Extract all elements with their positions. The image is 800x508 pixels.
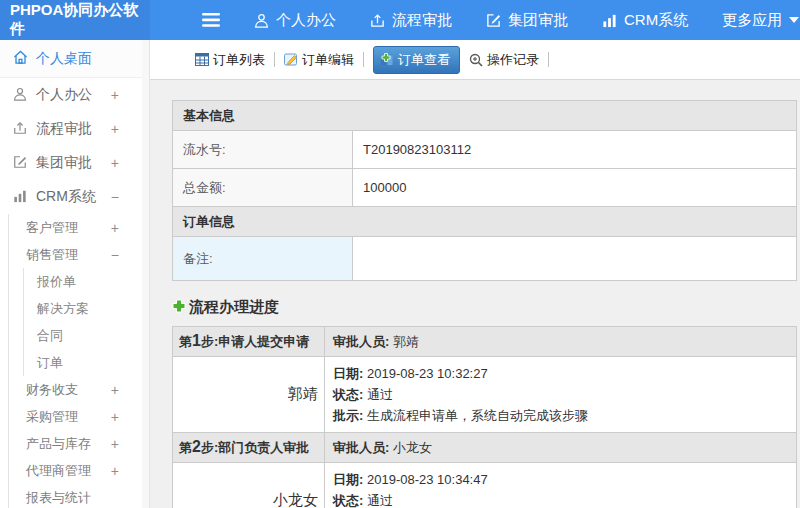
process-approval-icon: [370, 13, 385, 28]
sidebar-item-customer-mgmt[interactable]: 客户管理 +: [9, 214, 149, 241]
nav-more-apps[interactable]: 更多应用: [722, 11, 799, 30]
tab-label: 订单查看: [398, 51, 450, 69]
sidebar-item-process-approval[interactable]: 流程审批 +: [0, 112, 149, 146]
tab-order-list[interactable]: 订单列表: [195, 51, 265, 69]
nav-group-approval[interactable]: 集团审批: [486, 11, 568, 30]
tab-operation-log[interactable]: 操作记录: [469, 51, 539, 69]
sidebar-item-solution[interactable]: 解决方案: [24, 295, 149, 322]
expand-plus-icon[interactable]: +: [111, 87, 119, 103]
expand-plus-icon[interactable]: +: [111, 382, 119, 398]
process-approval-icon: [13, 121, 27, 138]
sidebar-item-label: 个人桌面: [36, 50, 92, 68]
nav-process-approval[interactable]: 流程审批: [370, 11, 452, 30]
caret-down-icon: [789, 17, 799, 23]
detail-line-status: 状态: 通过: [333, 384, 788, 405]
tab-order-view[interactable]: 订单查看: [373, 46, 460, 74]
sidebar-item-crm-system[interactable]: CRM系统 −: [0, 180, 149, 214]
field-value-serial-no: T20190823103112: [353, 131, 797, 169]
approver-name: 郭靖: [393, 334, 419, 349]
tab-divider: [274, 52, 275, 67]
step-title: 第2步:部门负责人审批: [173, 433, 325, 463]
group-approval-icon: [486, 13, 501, 28]
status-label: 状态:: [333, 387, 363, 402]
sidebar-item-label: 财务收支: [26, 381, 78, 399]
sidebar-item-finance[interactable]: 财务收支 +: [9, 376, 149, 403]
step-prefix: 第: [179, 334, 192, 349]
tab-label: 订单编辑: [302, 51, 354, 69]
step-actor-name: 小龙女: [173, 463, 325, 508]
sidebar-item-label: 解决方案: [37, 300, 89, 318]
order-view-icon: [380, 53, 394, 66]
sidebar-item-order[interactable]: 订单: [24, 349, 149, 376]
detail-line-status: 状态: 通过: [333, 490, 788, 508]
sidebar-item-group-approval[interactable]: 集团审批 +: [0, 146, 149, 180]
step-header-row: 第2步:部门负责人审批 审批人员: 小龙女: [173, 433, 797, 463]
main-area: 订单列表 订单编辑 订单查看: [150, 40, 800, 508]
order-edit-icon: [284, 53, 298, 66]
table-row: 备注:: [173, 237, 797, 281]
process-progress-heading: 流程办理进度: [172, 298, 798, 317]
sidebar-item-agent-mgmt[interactable]: 代理商管理 +: [9, 457, 149, 484]
expand-plus-icon[interactable]: +: [111, 121, 119, 137]
step-detail-row: 郭靖 日期: 2019-08-23 10:32:27 状态: 通过 批示: 生成…: [173, 357, 797, 433]
table-row: 总金额: 100000: [173, 169, 797, 207]
step-approver-cell: 审批人员: 小龙女: [325, 433, 797, 463]
step-suffix: 步:申请人提交申请: [201, 334, 309, 349]
top-nav: 个人办公 流程审批 集团审批 CRM系统 更多应用: [202, 0, 799, 40]
sidebar-item-label: 个人办公: [36, 86, 92, 104]
sidebar-item-contract[interactable]: 合同: [24, 322, 149, 349]
sidebar-item-desktop[interactable]: 个人桌面: [0, 40, 149, 78]
sidebar-item-label: CRM系统: [36, 188, 96, 206]
step-prefix: 第: [179, 440, 192, 455]
sidebar-item-label: 流程审批: [36, 120, 92, 138]
person-icon: [254, 13, 269, 28]
step-header-row: 第1步:申请人提交申请 审批人员: 郭靖: [173, 327, 797, 357]
zoom-plus-icon: [469, 53, 483, 67]
order-detail-table: 基本信息 流水号: T20190823103112 总金额: 100000 订单…: [172, 100, 797, 281]
nav-label: 更多应用: [722, 11, 782, 30]
detail-line-date: 日期: 2019-08-23 10:32:27: [333, 363, 788, 384]
step-actor-name: 郭靖: [173, 357, 325, 433]
hamburger-menu-icon[interactable]: [202, 13, 220, 27]
nav-label: 集团审批: [508, 11, 568, 30]
sidebar-item-quotation[interactable]: 报价单: [24, 268, 149, 295]
sidebar-item-label: 代理商管理: [26, 462, 91, 480]
approver-label: 审批人员:: [333, 334, 389, 349]
sidebar-scrollbar[interactable]: [142, 40, 149, 508]
expand-plus-icon[interactable]: +: [111, 409, 119, 425]
sidebar-item-reports-stats[interactable]: 报表与统计: [9, 484, 149, 508]
app-window: PHPOA协同办公软件 个人办公 流程审批 集团审批: [0, 0, 800, 508]
collapse-minus-icon[interactable]: −: [111, 189, 119, 205]
expand-plus-icon[interactable]: +: [111, 155, 119, 171]
step-suffix: 步:部门负责人审批: [201, 440, 309, 455]
sidebar-item-label: 销售管理: [26, 246, 78, 264]
collapse-minus-icon[interactable]: −: [111, 247, 119, 263]
sidebar-item-personal-office[interactable]: 个人办公 +: [0, 78, 149, 112]
nav-label: 个人办公: [276, 11, 336, 30]
nav-crm-system[interactable]: CRM系统: [602, 11, 688, 30]
expand-plus-icon[interactable]: +: [111, 436, 119, 452]
bar-chart-icon: [602, 13, 617, 28]
tab-label: 订单列表: [213, 51, 265, 69]
step-approver-cell: 审批人员: 郭靖: [325, 327, 797, 357]
approver-name: 小龙女: [393, 440, 432, 455]
sidebar-item-sales-mgmt[interactable]: 销售管理 −: [9, 241, 149, 268]
home-icon: [13, 50, 28, 68]
expand-plus-icon[interactable]: +: [111, 463, 119, 479]
nav-personal-office[interactable]: 个人办公: [254, 11, 336, 30]
status-value: 通过: [367, 387, 393, 402]
order-list-icon: [195, 53, 209, 66]
sidebar-item-products-inventory[interactable]: 产品与库存 +: [9, 430, 149, 457]
top-bar: PHPOA协同办公软件 个人办公 流程审批 集团审批: [0, 0, 800, 40]
tab-order-edit[interactable]: 订单编辑: [284, 51, 354, 69]
status-value: 通过: [367, 493, 393, 508]
field-value-total-amount: 100000: [353, 169, 797, 207]
sidebar-item-label: 报价单: [37, 273, 76, 291]
sidebar-item-purchasing[interactable]: 采购管理 +: [9, 403, 149, 430]
field-value-remark: [353, 237, 797, 281]
status-label: 状态:: [333, 493, 363, 508]
nav-label: CRM系统: [624, 11, 688, 30]
expand-plus-icon[interactable]: +: [111, 220, 119, 236]
sidebar-item-label: 订单: [37, 354, 63, 372]
comment-label: 批示:: [333, 408, 363, 423]
